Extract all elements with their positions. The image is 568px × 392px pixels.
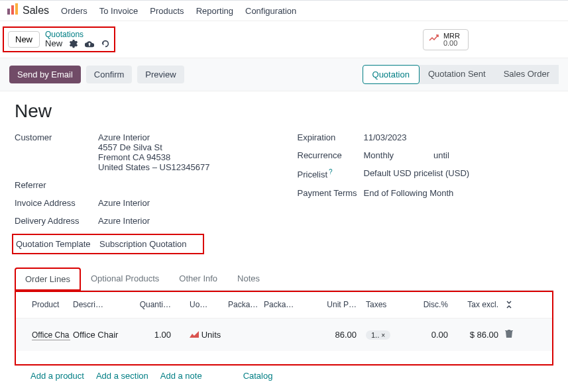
nav-products[interactable]: Products	[150, 6, 184, 16]
top-nav: Sales Orders To Invoice Products Reporti…	[0, 1, 568, 21]
table-row: Office Cha↗ Office Chair 1.00 Units 86.0…	[16, 318, 552, 351]
add-product-link[interactable]: Add a product	[30, 371, 84, 381]
delivery-address-label: Delivery Address	[15, 216, 98, 226]
referrer-label: Referrer	[15, 180, 98, 190]
col-taxes: Taxes	[359, 299, 411, 313]
col-product: Product	[19, 299, 70, 313]
cell-description[interactable]: Office Chair	[70, 328, 130, 341]
invoice-address-label: Invoice Address	[15, 198, 98, 208]
recurrence-value[interactable]: Monthly until	[364, 150, 449, 160]
delete-row-icon[interactable]	[501, 328, 517, 342]
breadcrumb: Quotations New	[45, 30, 110, 48]
stage-bar: Quotation Quotation Sent Sales Order	[363, 65, 559, 84]
cell-discount[interactable]: 0.00	[411, 328, 451, 341]
svg-rect-1	[11, 5, 14, 15]
nav-to-invoice[interactable]: To Invoice	[99, 6, 139, 16]
nav-configuration[interactable]: Configuration	[245, 6, 296, 16]
col-unit-price: Unit P…	[308, 299, 359, 313]
cloud-upload-icon[interactable]	[85, 39, 94, 48]
undo-icon[interactable]	[101, 39, 110, 48]
col-uom: Uo…	[174, 299, 225, 313]
svg-rect-0	[7, 9, 10, 15]
preview-button[interactable]: Preview	[137, 66, 184, 83]
quotation-template-label: Quotation Template	[16, 239, 99, 249]
col-packaging-qty: Packa…	[225, 299, 261, 313]
stage-quotation-sent[interactable]: Quotation Sent	[419, 65, 495, 84]
status-bar: Send by Email Confirm Preview Quotation …	[0, 58, 568, 91]
pricelist-label: Pricelist?	[298, 168, 364, 179]
area-chart-icon	[190, 330, 199, 340]
tax-tag[interactable]: 1..×	[366, 330, 390, 340]
payment-terms-value[interactable]: End of Following Month	[364, 188, 454, 198]
mrr-value: 0.00	[443, 40, 460, 47]
expiration-value[interactable]: 11/03/2023	[364, 132, 407, 142]
add-section-link[interactable]: Add a section	[96, 371, 148, 381]
app-brand[interactable]: Sales	[7, 3, 49, 18]
app-name: Sales	[23, 5, 49, 17]
page-title: New	[15, 101, 553, 122]
cell-unit-price[interactable]: 86.00	[308, 328, 359, 341]
col-description: Descri…	[70, 299, 130, 313]
left-column: Customer Azure Interior 4557 De Silva St…	[15, 132, 271, 262]
customer-value[interactable]: Azure Interior 4557 De Silva St Fremont …	[98, 132, 209, 172]
add-links: Add a product Add a section Add a note C…	[15, 366, 553, 381]
send-by-email-button[interactable]: Send by Email	[9, 66, 81, 83]
breadcrumb-area: New Quotations New	[3, 26, 115, 52]
tab-order-lines[interactable]: Order Lines	[15, 268, 81, 291]
tabs: Order Lines Optional Products Other Info…	[15, 268, 553, 291]
nav-orders[interactable]: Orders	[61, 6, 87, 16]
tab-other-info[interactable]: Other Info	[169, 268, 227, 290]
col-quantity: Quanti…	[130, 299, 174, 313]
cell-taxes[interactable]: 1..×	[359, 328, 411, 341]
nav-reporting[interactable]: Reporting	[196, 6, 233, 16]
cell-product[interactable]: Office Cha↗	[19, 328, 70, 342]
help-icon[interactable]: ?	[329, 168, 333, 175]
cell-tax-excl: $ 86.00	[451, 328, 501, 341]
confirm-button[interactable]: Confirm	[86, 66, 133, 83]
col-tax-excl: Tax excl.	[451, 299, 501, 313]
customer-label: Customer	[15, 132, 98, 172]
order-lines-table: Product Descri… Quanti… Uo… Packa… Packa…	[15, 291, 553, 366]
tab-optional-products[interactable]: Optional Products	[81, 268, 169, 290]
col-options-icon[interactable]	[501, 299, 517, 313]
breadcrumb-current: New	[45, 39, 62, 48]
tab-notes[interactable]: Notes	[227, 268, 270, 290]
cell-packaging-qty[interactable]	[225, 334, 261, 336]
stage-sales-order[interactable]: Sales Order	[494, 65, 559, 84]
delivery-address-value[interactable]: Azure Interior	[98, 216, 150, 226]
quotation-template-value[interactable]: Subscription Quotation	[99, 239, 187, 249]
table-header: Product Descri… Quanti… Uo… Packa… Packa…	[16, 293, 552, 318]
gear-icon[interactable]	[69, 39, 78, 48]
pricelist-value[interactable]: Default USD pricelist (USD)	[364, 168, 470, 179]
expiration-label: Expiration	[298, 132, 364, 142]
payment-terms-label: Payment Terms	[298, 188, 364, 198]
tag-remove-icon[interactable]: ×	[381, 332, 385, 339]
cell-quantity[interactable]: 1.00	[130, 328, 174, 341]
chart-icon	[429, 34, 439, 45]
col-discount: Disc.%	[411, 299, 451, 313]
right-column: Expiration 11/03/2023 Recurrence Monthly…	[298, 132, 554, 262]
cell-packaging[interactable]	[261, 334, 308, 336]
app-icon	[7, 3, 19, 18]
form-sheet: New Customer Azure Interior 4557 De Silv…	[0, 91, 568, 390]
cell-uom[interactable]: Units	[174, 328, 225, 341]
stage-quotation[interactable]: Quotation	[363, 65, 420, 84]
add-note-link[interactable]: Add a note	[160, 371, 202, 381]
col-packaging: Packa…	[261, 299, 308, 313]
svg-rect-2	[15, 3, 18, 15]
catalog-link[interactable]: Catalog	[243, 371, 273, 381]
invoice-address-value[interactable]: Azure Interior	[98, 198, 150, 208]
new-button[interactable]: New	[8, 31, 40, 48]
recurrence-label: Recurrence	[298, 150, 364, 160]
control-bar: New Quotations New MRR 0.00	[0, 21, 568, 58]
mrr-stat[interactable]: MRR 0.00	[423, 29, 469, 50]
